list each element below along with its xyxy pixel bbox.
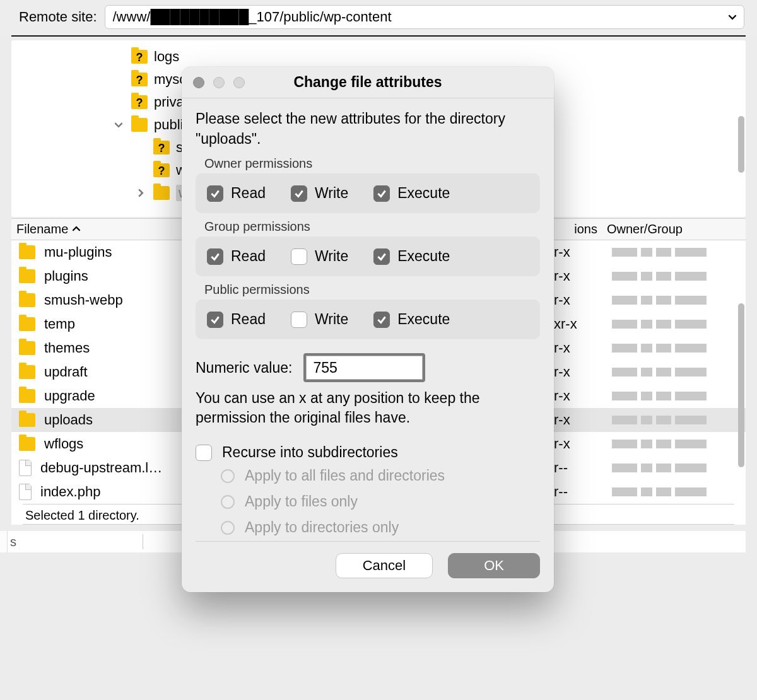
radio-button: [221, 495, 235, 509]
chevron-right-icon: [136, 189, 145, 197]
column-label: Filename: [16, 222, 68, 236]
file-permissions: r-x: [554, 364, 604, 380]
remote-site-label: Remote site:: [19, 9, 97, 25]
public-write[interactable]: Write: [291, 311, 348, 328]
radio-label: Apply to files only: [245, 493, 358, 510]
owner-execute[interactable]: Execute: [373, 185, 450, 202]
collapse-toggle[interactable]: [112, 120, 125, 129]
group-read[interactable]: Read: [207, 248, 266, 265]
public-read[interactable]: Read: [207, 311, 266, 328]
dialog-divider: [196, 541, 540, 542]
checkbox[interactable]: [291, 312, 307, 328]
checkbox[interactable]: [373, 312, 390, 328]
file-permissions: r-x: [554, 340, 604, 356]
radio-button: [221, 469, 235, 483]
checkbox[interactable]: [207, 312, 223, 328]
remote-site-dropdown[interactable]: [723, 8, 742, 26]
scrollbar-thumb[interactable]: [738, 116, 744, 173]
file-icon: [19, 484, 32, 500]
checkbox-label: Execute: [397, 311, 450, 328]
file-permissions: r-x: [554, 436, 604, 452]
file-name: mu-plugins: [44, 244, 112, 260]
radio-apply-files: Apply to files only: [221, 493, 540, 510]
radio-apply-dirs: Apply to directories only: [221, 519, 540, 536]
radio-label: Apply to all files and directories: [245, 467, 445, 484]
chevron-down-icon: [728, 13, 737, 21]
expand-toggle[interactable]: [134, 189, 147, 197]
file-name: plugins: [44, 268, 88, 284]
unknown-folder-icon: ?: [131, 50, 148, 64]
file-owner: [612, 487, 710, 496]
dialog-intro: Please select the new attributes for the…: [196, 108, 540, 149]
file-name: themes: [44, 340, 90, 356]
radio-button: [221, 521, 235, 535]
checkbox[interactable]: [373, 248, 390, 265]
checkbox[interactable]: [291, 185, 307, 202]
file-owner: [612, 272, 710, 281]
folder-icon: [19, 317, 35, 331]
folder-icon: [19, 245, 35, 259]
cancel-button[interactable]: Cancel: [336, 553, 433, 578]
recurse-row[interactable]: Recurse into subdirectories: [196, 444, 540, 461]
folder-icon: [19, 269, 35, 283]
remote-site-input[interactable]: [105, 5, 745, 29]
owner-permissions-box: Read Write Execute: [196, 173, 540, 213]
unknown-folder-icon: ?: [131, 73, 148, 86]
radio-apply-all: Apply to all files and directories: [221, 467, 540, 484]
group-write[interactable]: Write: [291, 248, 348, 265]
file-owner: [612, 464, 710, 472]
checkbox-label: Execute: [397, 248, 450, 265]
file-permissions: r-x: [554, 244, 604, 260]
chevron-down-icon: [114, 120, 123, 129]
file-owner: [612, 320, 710, 329]
checkbox-label: Write: [315, 311, 348, 328]
column-owner[interactable]: Owner/Group: [607, 222, 683, 236]
checkbox[interactable]: [291, 248, 307, 265]
checkbox[interactable]: [207, 248, 223, 265]
numeric-hint: You can use an x at any position to keep…: [196, 388, 540, 428]
numeric-value-label: Numeric value:: [196, 359, 292, 376]
group-permissions-box: Read Write Execute: [196, 236, 540, 276]
owner-read[interactable]: Read: [207, 185, 266, 202]
recurse-checkbox[interactable]: [196, 445, 212, 461]
sort-asc-icon: [72, 222, 81, 236]
bottom-stub: [0, 531, 8, 552]
scrollbar-thumb[interactable]: [738, 303, 744, 467]
file-owner: [612, 344, 710, 353]
file-name: upgrade: [44, 388, 95, 404]
checkbox[interactable]: [207, 185, 223, 202]
recurse-radio-group: Apply to all files and directories Apply…: [196, 467, 540, 536]
ok-button[interactable]: OK: [448, 553, 540, 578]
folder-icon: [19, 437, 35, 451]
folder-icon: [131, 118, 148, 132]
dialog-titlebar[interactable]: Change file attributes: [182, 67, 554, 98]
group-execute[interactable]: Execute: [373, 248, 450, 265]
public-execute[interactable]: Execute: [373, 311, 450, 328]
file-permissions: xr-x: [554, 316, 604, 332]
list-scrollbar[interactable]: [737, 240, 746, 504]
checkbox-label: Read: [231, 185, 266, 202]
file-name: index.php: [40, 484, 100, 500]
folder-icon: [19, 389, 35, 403]
bottom-text: s: [8, 535, 16, 549]
recurse-label: Recurse into subdirectories: [222, 444, 398, 461]
radio-label: Apply to directories only: [245, 519, 399, 536]
dialog-title: Change file attributes: [182, 74, 554, 91]
file-owner: [612, 368, 710, 376]
checkbox-label: Execute: [397, 185, 450, 202]
column-permissions[interactable]: ions: [574, 222, 597, 236]
file-owner: [612, 440, 710, 448]
checkbox-label: Read: [231, 311, 266, 328]
numeric-value-row: Numeric value:: [196, 353, 540, 382]
tree-scrollbar[interactable]: [737, 40, 746, 217]
numeric-value-input[interactable]: [306, 356, 423, 380]
tree-item-logs[interactable]: ? logs: [11, 45, 746, 68]
unknown-folder-icon: ?: [131, 95, 148, 109]
file-name: wflogs: [44, 436, 83, 452]
folder-icon: [153, 186, 170, 200]
checkbox[interactable]: [373, 185, 390, 202]
owner-write[interactable]: Write: [291, 185, 348, 202]
column-filename[interactable]: Filename: [11, 222, 188, 236]
file-name: updraft: [44, 364, 88, 380]
file-permissions: r-x: [554, 388, 604, 404]
